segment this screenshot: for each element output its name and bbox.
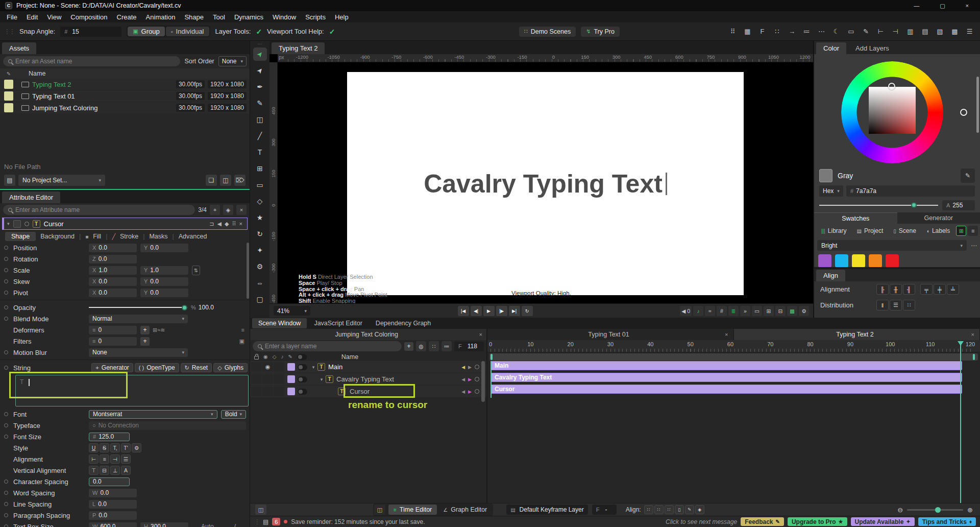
pen-keys-button[interactable]: ✎: [685, 505, 694, 514]
list-view-button[interactable]: ≡: [968, 226, 978, 236]
font-weight-dropdown[interactable]: Bold▾: [221, 410, 246, 419]
tab-generator[interactable]: Generator: [897, 212, 980, 224]
columns-icon[interactable]: ▥: [904, 26, 917, 38]
pen-tool[interactable]: ✒: [253, 80, 267, 93]
onion-skin-icon[interactable]: ◀ 0: [680, 306, 692, 316]
dropper-icon[interactable]: ✎: [7, 71, 11, 77]
tab-color[interactable]: Color: [816, 42, 846, 54]
camera-toggle-icon[interactable]: [298, 364, 307, 370]
align-center-button[interactable]: ≡: [100, 454, 109, 464]
tab-assets[interactable]: Assets: [2, 42, 36, 54]
maximize-button[interactable]: ▢: [940, 3, 945, 9]
zoom-level-dropdown[interactable]: 41%▾: [274, 306, 310, 316]
canvas-text[interactable]: Cavalry Typing Text: [424, 169, 663, 199]
tab-stroke[interactable]: Stroke: [120, 233, 138, 240]
project-source-button[interactable]: ▤Project: [852, 226, 887, 236]
color-swatch[interactable]: [869, 254, 882, 268]
keyframe-dot[interactable]: [4, 513, 8, 517]
swatch-group-dropdown[interactable]: Bright▾: [817, 240, 967, 251]
keyframe-dot[interactable]: [4, 480, 8, 484]
speaker-icon[interactable]: ♪: [281, 354, 283, 360]
direct-select-tool[interactable]: ➤: [253, 64, 267, 77]
sliders-icon[interactable]: ≔: [442, 341, 452, 351]
footer-frame-field[interactable]: F-: [592, 505, 617, 515]
align-v-top-button[interactable]: ╤: [920, 284, 933, 295]
zoom-in-icon[interactable]: ⊕: [967, 506, 973, 514]
asset-search-input[interactable]: [3, 56, 180, 66]
menu-item[interactable]: Edit: [22, 12, 42, 22]
tab-viewport-typing-text-2[interactable]: Typing Text 2: [272, 42, 325, 54]
font-family-dropdown[interactable]: Montserrat▾: [89, 410, 217, 419]
guides-icon[interactable]: ≣: [728, 306, 739, 316]
menu-item[interactable]: Scripts: [301, 12, 330, 22]
prev-keyframe-icon[interactable]: ◀: [461, 389, 465, 394]
keyframe-dot[interactable]: [475, 365, 479, 369]
eyedropper-button[interactable]: ✎: [961, 169, 975, 183]
keyframe-dot[interactable]: [4, 502, 8, 506]
scale-y-field[interactable]: Y1.0: [140, 266, 188, 275]
valign-middle-button[interactable]: ⊟: [100, 466, 109, 475]
reset-button[interactable]: ↻Reset: [181, 363, 212, 372]
scatter-icon[interactable]: ∷: [771, 26, 783, 38]
link-scale-button[interactable]: ⇅: [192, 266, 200, 275]
demo-scenes-button[interactable]: ∷Demo Scenes: [519, 27, 576, 37]
project-set-dropdown[interactable]: No Project Set...▾: [18, 175, 105, 186]
attribute-search-input[interactable]: [3, 205, 195, 215]
selected-layer-header[interactable]: ▾ T Cursor ⊐◀◆⠿×: [2, 218, 248, 230]
next-keyframe-icon[interactable]: ▶: [468, 365, 472, 370]
camera-icon[interactable]: ◫: [255, 505, 266, 515]
message-log-icon[interactable]: ▤: [263, 518, 268, 525]
tab-advanced[interactable]: Advanced: [179, 233, 207, 240]
keyframe-filter-icon[interactable]: ◈: [223, 205, 233, 215]
group-mode-button[interactable]: ▣Group: [128, 27, 165, 36]
keyframe-dot[interactable]: [4, 317, 8, 321]
overflow-icon[interactable]: »: [740, 306, 750, 316]
pivot-x-field[interactable]: X0.0: [89, 289, 137, 297]
line-tool[interactable]: ╱: [253, 129, 267, 142]
star-tool[interactable]: ★: [253, 211, 267, 224]
alpha-slider[interactable]: [819, 205, 938, 206]
hex-value-field[interactable]: #7a7a7a: [846, 185, 975, 197]
menu-item[interactable]: Window: [268, 12, 301, 22]
layer-name[interactable]: Cursor: [350, 388, 370, 395]
close-icon[interactable]: ×: [479, 331, 482, 338]
style-settings-button[interactable]: ⚙: [132, 443, 141, 452]
grid-view-icon[interactable]: ▩: [948, 26, 961, 38]
distribute-grid-button[interactable]: ∷: [903, 300, 915, 310]
underline-button[interactable]: U: [89, 443, 99, 452]
list-view-icon[interactable]: ☰: [963, 26, 976, 38]
panel-icon[interactable]: ◫: [220, 175, 231, 186]
menu-item[interactable]: Composition: [66, 12, 112, 22]
trash-icon[interactable]: ⌦: [234, 175, 246, 186]
tab-attribute-editor[interactable]: Attribute Editor: [2, 191, 60, 203]
timeline-bar-cursor[interactable]: Cursor: [491, 385, 962, 394]
close-icon[interactable]: ×: [725, 331, 728, 338]
keyframe-dot[interactable]: [475, 389, 479, 394]
drag-handle-icon[interactable]: ⋮⋮: [4, 28, 14, 35]
skew-x-field[interactable]: X0.0: [89, 277, 137, 286]
close-icon[interactable]: ×: [971, 331, 974, 338]
color-swatch[interactable]: [886, 254, 899, 268]
layer-color-swatch[interactable]: [287, 388, 295, 395]
panel-icon[interactable]: ◫: [374, 505, 385, 515]
align-right-icon[interactable]: ⊣: [889, 26, 902, 38]
timeline-bar-cavalry-typing-text[interactable]: Cavalry Typing Text: [491, 373, 962, 382]
composition-canvas[interactable]: Cavalry Typing Text Viewport Quality: Hi…: [347, 72, 744, 295]
previous-frame-button[interactable]: ◀|: [471, 306, 482, 316]
timeline-zoom-slider[interactable]: [907, 509, 963, 511]
generator-button[interactable]: +Generator: [91, 363, 133, 372]
keyframe-dot[interactable]: [4, 524, 8, 527]
theme-icon[interactable]: ☾: [830, 26, 843, 38]
slider-handle[interactable]: [182, 305, 187, 310]
keyframe-dot[interactable]: [4, 350, 8, 354]
text-tool[interactable]: T: [253, 146, 267, 159]
tab-shape[interactable]: Shape: [5, 232, 36, 241]
transform-tool[interactable]: ⊞: [253, 162, 267, 175]
filters-field[interactable]: ≡0: [89, 337, 137, 346]
alpha-value-field[interactable]: A255: [942, 200, 975, 210]
play-button[interactable]: ▶: [483, 306, 495, 316]
graph-editor-button[interactable]: ∠Graph Editor: [438, 505, 492, 515]
menu-item[interactable]: Dynamics: [230, 12, 268, 22]
keyframe-dot[interactable]: [4, 279, 8, 283]
grid-icon[interactable]: #: [717, 306, 727, 316]
